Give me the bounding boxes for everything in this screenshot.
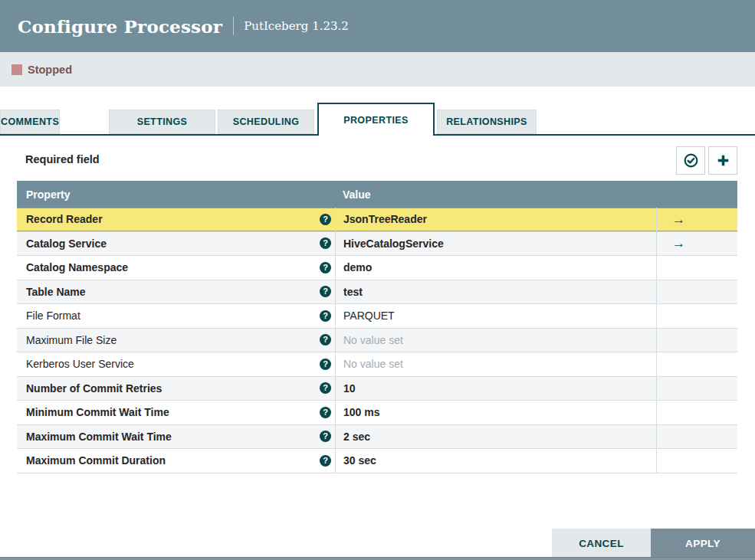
status-label: Stopped — [28, 64, 72, 76]
plus-icon — [716, 153, 730, 168]
table-row[interactable]: Catalog Service ? HiveCatalogService → — [17, 232, 737, 257]
table-row[interactable]: Maximum File Size ? No value set — [17, 329, 737, 353]
property-cell: Catalog Namespace ? — [17, 256, 335, 280]
value-cell[interactable]: JsonTreeReader — [335, 208, 656, 231]
property-value: demo — [343, 261, 372, 273]
processor-type-version: PutIceberg 1.23.2 — [244, 19, 349, 33]
value-cell[interactable]: 30 sec — [335, 449, 656, 473]
help-icon[interactable]: ? — [320, 431, 331, 442]
property-name: File Format — [26, 309, 80, 322]
add-property-button[interactable] — [708, 146, 737, 175]
value-cell[interactable]: HiveCatalogService — [335, 232, 656, 256]
configure-processor-dialog: Configure Processor PutIceberg 1.23.2 St… — [0, 0, 755, 560]
value-cell[interactable]: PARQUET — [335, 304, 656, 328]
property-cell: Kerberos User Service ? — [17, 352, 335, 376]
help-icon[interactable]: ? — [320, 359, 331, 370]
tab-scheduling[interactable]: SCHEDULING — [218, 110, 314, 134]
property-cell: File Format ? — [17, 304, 335, 328]
table-row[interactable]: Number of Commit Retries ? 10 — [17, 377, 737, 401]
column-header-property: Property — [17, 188, 335, 201]
table-row[interactable]: Maximum Commit Duration ? 30 sec — [17, 449, 737, 473]
help-icon[interactable]: ? — [320, 310, 331, 322]
apply-button[interactable]: APPLY — [651, 529, 755, 558]
property-name: Catalog Namespace — [26, 261, 128, 273]
property-name: Table Name — [26, 286, 86, 298]
go-to-service-icon[interactable]: → — [672, 213, 685, 226]
value-cell[interactable]: No value set — [335, 352, 656, 376]
tab-relationships[interactable]: RELATIONSHIPS — [437, 110, 537, 134]
property-name: Record Reader — [26, 213, 103, 225]
value-cell[interactable]: No value set — [335, 329, 656, 352]
value-cell[interactable]: test — [335, 280, 656, 304]
property-value: 30 sec — [343, 454, 376, 467]
table-row[interactable]: Maximum Commit Wait Time ? 2 sec — [17, 425, 737, 450]
value-cell[interactable]: 100 ms — [335, 401, 656, 424]
arrow-cell — [656, 304, 737, 328]
property-value: 2 sec — [343, 431, 370, 443]
table-row[interactable]: Kerberos User Service ? No value set — [17, 352, 737, 377]
property-value: PARQUET — [343, 309, 395, 322]
stopped-status-icon — [11, 64, 22, 75]
property-cell: Minimum Commit Wait Time ? — [17, 401, 335, 424]
property-value: No value set — [343, 358, 403, 370]
property-cell: Maximum Commit Wait Time ? — [17, 425, 335, 449]
property-cell: Table Name ? — [17, 280, 335, 304]
property-value: 10 — [343, 382, 356, 395]
arrow-cell — [656, 401, 737, 424]
verify-properties-button[interactable] — [676, 146, 705, 175]
help-icon[interactable]: ? — [320, 382, 331, 394]
value-cell[interactable]: demo — [335, 256, 656, 280]
status-bar: Stopped — [0, 52, 755, 87]
arrow-cell — [656, 256, 737, 280]
table-row[interactable]: Minimum Commit Wait Time ? 100 ms — [17, 401, 737, 425]
value-cell[interactable]: 10 — [335, 377, 656, 401]
property-cell: Number of Commit Retries ? — [17, 377, 335, 401]
help-icon[interactable]: ? — [320, 262, 331, 273]
table-row[interactable]: File Format ? PARQUET — [17, 304, 737, 329]
property-value: 100 ms — [343, 406, 379, 418]
table-header-row: Property Value — [17, 181, 737, 208]
help-icon[interactable]: ? — [320, 407, 331, 418]
property-name: Number of Commit Retries — [26, 382, 162, 395]
property-name: Catalog Service — [26, 237, 107, 250]
property-name: Maximum Commit Wait Time — [26, 431, 172, 443]
property-value: HiveCatalogService — [343, 237, 444, 250]
arrow-cell — [656, 280, 737, 304]
arrow-cell — [656, 449, 737, 473]
dialog-bottom-edge — [0, 557, 755, 560]
dialog-footer: CANCEL APPLY — [0, 529, 755, 558]
dialog-title: Configure Processor — [18, 16, 222, 37]
help-icon[interactable]: ? — [320, 286, 331, 297]
arrow-cell: → — [656, 232, 737, 256]
arrow-cell — [656, 425, 737, 449]
property-value: test — [343, 286, 363, 298]
property-name: Maximum File Size — [26, 334, 117, 346]
table-row[interactable]: Table Name ? test — [17, 280, 737, 305]
property-cell: Maximum Commit Duration ? — [17, 449, 335, 473]
value-cell[interactable]: 2 sec — [335, 425, 656, 449]
check-circle-icon — [683, 152, 699, 169]
go-to-service-icon[interactable]: → — [672, 237, 685, 250]
help-icon[interactable]: ? — [320, 237, 331, 249]
properties-table: Property Value Record Reader ? JsonTreeR… — [17, 181, 737, 473]
cancel-button[interactable]: CANCEL — [552, 529, 651, 558]
arrow-cell — [656, 352, 737, 376]
dialog-header: Configure Processor PutIceberg 1.23.2 — [0, 0, 755, 52]
required-field-label: Required field — [25, 153, 100, 165]
tab-properties[interactable]: PROPERTIES — [317, 103, 435, 136]
help-icon[interactable]: ? — [320, 455, 331, 467]
property-value: No value set — [343, 334, 403, 346]
help-icon[interactable]: ? — [320, 214, 331, 225]
help-icon[interactable]: ? — [320, 334, 331, 345]
tab-comments[interactable]: COMMENTS — [0, 110, 60, 134]
arrow-cell — [656, 329, 737, 352]
arrow-cell — [656, 377, 737, 401]
property-cell: Record Reader ? — [17, 208, 335, 231]
properties-table-body: Record Reader ? JsonTreeReader → Catalog… — [17, 208, 737, 473]
property-name: Minimum Commit Wait Time — [26, 406, 169, 418]
table-row[interactable]: Record Reader ? JsonTreeReader → — [17, 208, 737, 232]
table-row[interactable]: Catalog Namespace ? demo — [17, 256, 737, 280]
property-cell: Catalog Service ? — [17, 232, 335, 256]
properties-toolbar — [676, 146, 737, 175]
tab-settings[interactable]: SETTINGS — [109, 110, 215, 134]
